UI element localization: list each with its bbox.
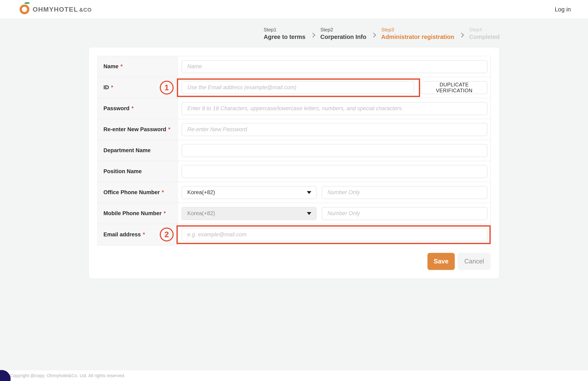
name-label: Name xyxy=(104,63,119,70)
step-agree-to-terms: Step1 Agree to terms xyxy=(264,27,305,40)
office-phone-number-input[interactable] xyxy=(322,186,487,199)
caret-down-icon xyxy=(307,191,311,194)
mobile-phone-label: Mobile Phone Number xyxy=(104,210,162,217)
step-administrator-registration: Step3 Administrator registration xyxy=(381,27,454,40)
row-password: Password * xyxy=(98,98,490,119)
step-indicator: Step1 Agree to terms Step2 Corperation I… xyxy=(88,27,500,40)
step4-number: Step4 xyxy=(469,27,500,33)
row-department-name: Department Name xyxy=(98,140,490,161)
department-name-label: Department Name xyxy=(104,147,150,154)
required-asterisk: * xyxy=(168,126,170,133)
step3-label: Administrator registration xyxy=(381,34,454,40)
required-asterisk: * xyxy=(121,63,123,70)
name-input[interactable] xyxy=(182,60,487,73)
email-input[interactable] xyxy=(182,228,487,241)
step-corperation-info: Step2 Corperation Info xyxy=(320,27,366,40)
registration-card: Name * ID * DUPLICATE VERIFICATION 1 xyxy=(88,47,500,279)
content-shell: Step1 Agree to terms Step2 Corperation I… xyxy=(88,19,500,279)
step3-number: Step3 xyxy=(381,27,454,33)
form-actions: Save Cancel xyxy=(97,253,491,270)
office-phone-country-select[interactable]: Korea(+82) xyxy=(182,186,317,199)
row-id: ID * DUPLICATE VERIFICATION 1 xyxy=(98,77,490,98)
id-label: ID xyxy=(104,84,109,91)
department-name-label-cell: Department Name xyxy=(98,140,178,161)
row-email-address: Email address * 2 xyxy=(98,224,490,245)
id-input[interactable] xyxy=(182,81,414,94)
row-office-phone: Office Phone Number * Korea(+82) xyxy=(98,182,490,203)
required-asterisk: * xyxy=(143,231,145,238)
required-asterisk: * xyxy=(164,210,166,217)
step1-label: Agree to terms xyxy=(264,34,305,40)
office-phone-label: Office Phone Number xyxy=(104,189,160,196)
step1-number: Step1 xyxy=(264,27,305,33)
reenter-password-label-cell: Re-enter New Password * xyxy=(98,119,178,140)
corner-blob-decoration xyxy=(0,370,11,381)
required-asterisk: * xyxy=(111,84,113,91)
mobile-phone-country-select[interactable]: Korea(+82) xyxy=(182,207,317,220)
mobile-phone-label-cell: Mobile Phone Number * xyxy=(98,203,178,224)
footer: Copyright @copy; Ohmyhotel&Co. Ltd. All … xyxy=(0,370,588,381)
password-input[interactable] xyxy=(182,102,487,115)
mobile-phone-country-value: Korea(+82) xyxy=(187,210,215,217)
logo-text-sub: &CO xyxy=(79,7,92,13)
step-completed: Step4 Completed xyxy=(469,27,500,40)
step4-label: Completed xyxy=(469,34,500,40)
row-reenter-password: Re-enter New Password * xyxy=(98,119,490,140)
caret-down-icon xyxy=(307,212,311,215)
annotation-circle-1: 1 xyxy=(160,81,174,95)
step2-label: Corperation Info xyxy=(320,34,366,40)
position-name-input[interactable] xyxy=(182,165,487,178)
registration-form-table: Name * ID * DUPLICATE VERIFICATION 1 xyxy=(97,56,491,246)
chevron-right-icon xyxy=(371,33,376,38)
logo[interactable]: OHMYHOTEL &CO xyxy=(20,4,92,14)
row-mobile-phone: Mobile Phone Number * Korea(+82) xyxy=(98,203,490,224)
duplicate-verification-button[interactable]: DUPLICATE VERIFICATION xyxy=(421,81,487,94)
step2-number: Step2 xyxy=(320,27,366,33)
email-label: Email address xyxy=(104,231,141,238)
office-phone-label-cell: Office Phone Number * xyxy=(98,182,178,203)
cancel-button[interactable]: Cancel xyxy=(458,253,491,270)
office-phone-country-value: Korea(+82) xyxy=(187,189,215,196)
top-bar: OHMYHOTEL &CO Log in xyxy=(0,0,588,19)
position-name-label-cell: Position Name xyxy=(98,161,178,182)
copyright-text: Copyright @copy; Ohmyhotel&Co. Ltd. All … xyxy=(10,373,125,378)
save-button[interactable]: Save xyxy=(427,253,455,270)
password-label: Password xyxy=(104,105,129,112)
login-link[interactable]: Log in xyxy=(555,6,571,13)
chevron-right-icon xyxy=(459,33,464,38)
required-asterisk: * xyxy=(132,105,134,112)
annotation-circle-2: 2 xyxy=(160,228,174,241)
department-name-input[interactable] xyxy=(182,144,487,157)
required-asterisk: * xyxy=(162,189,164,196)
password-label-cell: Password * xyxy=(98,98,178,119)
chevron-right-icon xyxy=(310,33,315,38)
mobile-phone-number-input[interactable] xyxy=(322,207,487,220)
name-label-cell: Name * xyxy=(98,56,178,77)
reenter-password-input[interactable] xyxy=(182,123,487,136)
row-position-name: Position Name xyxy=(98,161,490,182)
logo-text-main: OHMYHOTEL xyxy=(33,6,78,13)
orange-logo-icon xyxy=(20,4,29,14)
position-name-label: Position Name xyxy=(104,168,142,175)
logo-text: OHMYHOTEL &CO xyxy=(33,6,92,13)
row-name: Name * xyxy=(98,56,490,77)
reenter-password-label: Re-enter New Password xyxy=(104,126,166,133)
